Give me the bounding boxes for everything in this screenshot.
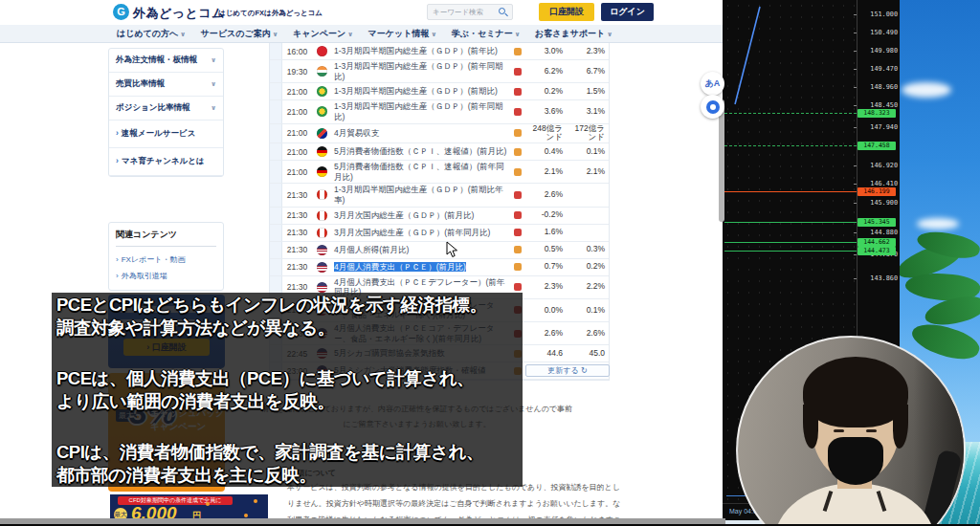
subtitle-line: 調査対象や計算方法などが異なる。 bbox=[56, 317, 523, 340]
canada-flag-icon bbox=[317, 228, 327, 238]
event-time: 21:30 bbox=[282, 210, 312, 220]
calendar-row[interactable]: 21:301-3月期四半期国内総生産（ＧＤＰ）(前期比年率)2.6% bbox=[270, 184, 609, 207]
brand-logo-icon[interactable]: G bbox=[113, 4, 129, 20]
event-time: 21:30 bbox=[282, 262, 312, 272]
price-line bbox=[727, 5, 768, 108]
nav-item-0[interactable]: はじめての方へ∨ bbox=[117, 28, 186, 40]
open-account-button[interactable]: 口座開設 bbox=[539, 3, 594, 21]
date-strip bbox=[270, 83, 282, 99]
price-tick-label: 144.880 bbox=[858, 229, 898, 236]
usa-flag-icon bbox=[317, 245, 327, 255]
refresh-button[interactable]: 更新する ↻ bbox=[525, 364, 610, 377]
cfd-banner[interactable]: CFD対象期間中の条件達成で全員に 最大 6,000 円 bbox=[110, 494, 268, 520]
login-button[interactable]: ログイン bbox=[601, 3, 654, 21]
search-icon[interactable] bbox=[499, 8, 505, 14]
calendar-row[interactable]: 21:001-3月期四半期国内総生産（ＧＤＰ）(前年同期比)3.6%3.1% bbox=[270, 100, 609, 123]
importance-red-icon bbox=[514, 211, 522, 219]
importance-cell bbox=[511, 246, 524, 253]
importance-red-icon bbox=[514, 68, 522, 76]
forecast-value: 248億ランド bbox=[524, 124, 567, 143]
event-time: 16:00 bbox=[282, 47, 312, 56]
price-tick-label: 149.980 bbox=[858, 47, 898, 55]
sidebar-link-0[interactable]: ›速報メールサービス bbox=[109, 121, 223, 148]
chevron-down-icon: ∨ bbox=[273, 31, 278, 37]
calendar-row[interactable]: 21:303月月次国内総生産（ＧＤＰ）(前年同月比)1.6% bbox=[270, 225, 609, 242]
previous-value: 2.2% bbox=[567, 282, 609, 292]
calendar-row[interactable]: 21:304月個人消費支出（ＰＣＥ）(前月比)0.7%0.2% bbox=[270, 259, 609, 276]
subtitle-gap bbox=[56, 413, 523, 441]
price-tick-label: 151.000 bbox=[858, 11, 898, 18]
chat-widget-icon[interactable] bbox=[701, 95, 724, 119]
nav-item-5[interactable]: お客さまサポート∨ bbox=[535, 28, 612, 40]
calendar-row[interactable]: 21:304月個人所得(前月比)0.5%0.3% bbox=[270, 242, 609, 259]
link-arrow-icon: › bbox=[116, 128, 119, 138]
canada-flag-icon bbox=[317, 210, 327, 221]
calendar-row[interactable]: 16:001-3月期四半期国内総生産（ＧＤＰ）(前年比)3.0%2.3% bbox=[270, 43, 609, 60]
nav-item-4[interactable]: 学ぶ・セミナー∨ bbox=[452, 28, 521, 40]
sidebar-link-1[interactable]: ›マネ育チャンネルとは bbox=[109, 148, 223, 176]
flag-cell bbox=[312, 189, 331, 200]
event-time: 21:00 bbox=[282, 87, 312, 97]
importance-orange-icon bbox=[514, 148, 522, 156]
nav-item-2[interactable]: キャンペーン∨ bbox=[293, 28, 353, 40]
price-tick-label: 143.860 bbox=[858, 274, 898, 282]
sidebar-group-1[interactable]: 売買比率情報∨ bbox=[109, 73, 223, 97]
face-mask bbox=[828, 437, 883, 485]
calendar-row[interactable]: 21:001-3月期四半期国内総生産（ＧＤＰ）(前期比)0.2%1.5% bbox=[270, 83, 609, 100]
importance-orange-icon bbox=[514, 129, 522, 137]
browser-scrollbar[interactable] bbox=[719, 99, 724, 222]
importance-red-icon bbox=[514, 108, 522, 116]
brazil-flag-icon bbox=[317, 86, 327, 97]
order-price-badge: 144.662 bbox=[858, 238, 896, 247]
date-strip bbox=[270, 259, 282, 275]
previous-value: 2.1% bbox=[567, 167, 609, 177]
event-name: 4月個人消費支出（ＰＣＥ）(前月比) bbox=[331, 261, 511, 274]
calendar-row[interactable]: 21:005月消費者物価指数（ＣＰＩ、速報値）(前年同月比)2.1%2.1% bbox=[270, 161, 609, 184]
date-strip bbox=[270, 184, 282, 206]
related-link-1[interactable]: ›外為取引道場 bbox=[116, 268, 216, 284]
importance-red-icon bbox=[514, 229, 522, 236]
sidebar-group-0[interactable]: 外為注文情報・板情報∨ bbox=[109, 49, 223, 73]
previous-value: 2.6% bbox=[567, 329, 609, 339]
india-flag-icon bbox=[317, 66, 327, 77]
previous-value: 45.0 bbox=[567, 349, 609, 359]
nav-item-1[interactable]: サービスのご案内∨ bbox=[201, 28, 278, 40]
link-arrow-icon: › bbox=[116, 255, 119, 264]
date-strip bbox=[270, 100, 282, 122]
event-name: 3月月次国内総生産（ＧＤＰ）(前年同月比) bbox=[331, 227, 511, 239]
event-name: 4月個人所得(前月比) bbox=[331, 244, 511, 256]
related-link-0[interactable]: ›FXレポート・動画 bbox=[116, 252, 216, 268]
main-nav: はじめての方へ∨サービスのご案内∨キャンペーン∨マーケット情報∨学ぶ・セミナー∨… bbox=[0, 25, 725, 43]
event-time: 21:00 bbox=[282, 128, 312, 138]
importance-cell bbox=[511, 88, 524, 96]
date-strip bbox=[270, 60, 282, 82]
flag-cell bbox=[312, 262, 331, 273]
event-name: 5月消費者物価指数（ＣＰＩ、速報値）(前月比) bbox=[331, 145, 511, 158]
date-strip bbox=[270, 208, 282, 224]
price-tick-label: 148.960 bbox=[858, 83, 898, 91]
brand-logo-text[interactable]: 外為どっとコム bbox=[133, 5, 225, 22]
event-name: 1-3月期四半期国内総生産（ＧＤＰ）(前期比年率) bbox=[331, 184, 511, 206]
germany-flag-icon bbox=[317, 146, 327, 157]
event-name: 1-3月期四半期国内総生産（ＧＤＰ）(前年同期比) bbox=[331, 60, 511, 82]
sidebar-menu: 外為注文情報・板情報∨売買比率情報∨ポジション比率情報∨›速報メールサービス›マ… bbox=[108, 48, 224, 177]
importance-red-icon bbox=[514, 283, 522, 291]
price-tick-label: 145.900 bbox=[858, 199, 898, 207]
importance-orange-icon bbox=[514, 246, 522, 253]
translate-icon[interactable]: あA bbox=[701, 72, 724, 96]
calendar-row[interactable]: 21:303月月次国内総生産（ＧＤＰ）(前月比)-0.2% bbox=[270, 208, 609, 225]
turkey-flag-icon bbox=[317, 46, 327, 56]
order-level-line bbox=[724, 145, 857, 146]
chevron-down-icon: ∨ bbox=[515, 31, 521, 37]
subtitle-line: PCEは、個人消費支出（PCE）に基づいて計算され、 bbox=[56, 367, 523, 390]
calendar-row[interactable]: 21:004月貿易収支248億ランド172億ランド bbox=[270, 124, 609, 144]
presenter-body bbox=[774, 483, 935, 526]
mouse-cursor bbox=[446, 241, 459, 258]
flag-cell bbox=[312, 210, 331, 221]
nav-item-3[interactable]: マーケット情報∨ bbox=[368, 28, 437, 40]
flag-cell bbox=[312, 66, 331, 77]
flag-cell bbox=[312, 86, 331, 97]
sidebar-group-2[interactable]: ポジション比率情報∨ bbox=[109, 97, 223, 121]
calendar-row[interactable]: 21:005月消費者物価指数（ＣＰＩ、速報値）(前月比)0.4%0.1% bbox=[270, 143, 609, 161]
calendar-row[interactable]: 19:301-3月期四半期国内総生産（ＧＤＰ）(前年同期比)6.2%6.7% bbox=[270, 60, 609, 83]
